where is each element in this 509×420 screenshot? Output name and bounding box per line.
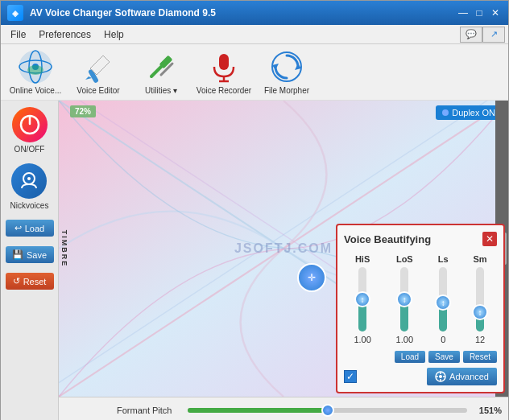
maximize-button[interactable]: □: [473, 6, 486, 19]
voice-editor-label: Voice Editor: [77, 86, 119, 95]
load-button[interactable]: ↩ Load: [6, 220, 54, 237]
utilities-label: Utilities ▾: [145, 86, 177, 95]
window-controls: — □ ✕: [457, 6, 502, 19]
sm-value: 12: [475, 335, 485, 344]
enable-checkbox[interactable]: ✓: [344, 370, 357, 383]
beautify-close-button[interactable]: ✕: [482, 232, 497, 246]
beautify-header: Voice Beautifying ✕: [344, 232, 497, 246]
sm-track[interactable]: ↕: [476, 267, 484, 331]
slider-ls: Ls ↕ 0: [438, 254, 449, 344]
his-value: 1.00: [354, 335, 370, 344]
menu-bar: File Preferences Help 💬 ↗: [1, 25, 508, 44]
tool-online-voice[interactable]: Online Voice...: [7, 49, 64, 95]
pitch-percent-indicator: 72%: [70, 105, 96, 117]
main-window: ◈ AV Voice Changer Software Diamond 9.5 …: [0, 0, 509, 420]
pitch-slider-fill: [188, 408, 328, 413]
minimize-button[interactable]: —: [457, 6, 470, 19]
nickvoices-label: Nickvoices: [10, 201, 49, 210]
his-label: HiS: [355, 254, 370, 264]
advanced-icon: [435, 371, 446, 382]
save-button[interactable]: 💾 Save: [6, 246, 54, 263]
svg-point-19: [27, 177, 31, 180]
svg-rect-10: [219, 54, 229, 70]
voice-recorder-label: Voice Recorder: [197, 86, 251, 95]
window-title: AV Voice Changer Software Diamond 9.5: [30, 7, 457, 19]
los-track[interactable]: ↕: [400, 267, 408, 331]
svg-point-22: [439, 375, 442, 378]
slider-los: LoS ↕ 1.00: [396, 254, 413, 344]
online-voice-icon: [18, 49, 53, 84]
file-morpher-icon: [269, 49, 304, 84]
sidebar: ON/OFF Nickvoices ↩ Load 💾 Save: [1, 101, 59, 420]
close-button[interactable]: ✕: [489, 6, 502, 19]
beautify-save-button[interactable]: Save: [428, 351, 460, 363]
ls-thumb[interactable]: ↕: [435, 294, 451, 311]
beautify-sliders: HiS ↕ 1.00 LoS ↕ 1.00 Ls: [344, 254, 497, 344]
beautify-reset-button[interactable]: Reset: [463, 351, 497, 363]
his-track[interactable]: ↕: [358, 267, 366, 331]
pitch-slider-area: Formant Pitch 151%: [59, 397, 508, 420]
duplex-button[interactable]: Duplex ON: [436, 105, 502, 120]
onoff-icon: [12, 107, 48, 142]
pitch-knob[interactable]: ✛: [297, 263, 326, 292]
los-thumb[interactable]: ↕: [396, 291, 412, 307]
beautify-title: Voice Beautifying: [344, 233, 431, 245]
tool-file-morpher[interactable]: File Morpher: [259, 49, 315, 95]
voice-editor-icon: [81, 49, 116, 84]
svg-marker-6: [85, 76, 92, 80]
app-icon: ◈: [7, 5, 23, 21]
menu-preferences[interactable]: Preferences: [32, 27, 97, 42]
menu-icon-btn-1[interactable]: 💬: [460, 27, 482, 43]
menu-icon-btn-2[interactable]: ↗: [482, 27, 505, 43]
formant-pitch-value: 151%: [474, 406, 502, 415]
advanced-button[interactable]: Advanced: [427, 368, 497, 385]
checkbox-area: ✓: [344, 370, 357, 383]
formant-pitch-track[interactable]: [188, 408, 467, 413]
onoff-label: ON/OFF: [14, 145, 45, 154]
svg-point-4: [27, 65, 43, 75]
slider-sm: Sm ↕ 12: [473, 254, 486, 344]
file-morpher-label: File Morpher: [264, 86, 309, 95]
nickvoices-button[interactable]: Nickvoices: [10, 163, 49, 210]
online-voice-label: Online Voice...: [10, 86, 61, 95]
beautify-load-button[interactable]: Load: [395, 351, 425, 363]
ls-value: 0: [441, 335, 445, 344]
los-label: LoS: [396, 254, 413, 264]
slider-his: HiS ↕ 1.00: [354, 254, 370, 344]
ls-label: Ls: [438, 254, 449, 264]
tool-voice-recorder[interactable]: Voice Recorder: [196, 49, 252, 95]
beautify-bottom: ✓ Advanced: [344, 368, 497, 385]
voice-beautifying-panel: Voice Beautifying ✕ HiS ↕ 1.00 LoS ↕: [336, 224, 505, 393]
his-thumb[interactable]: ↕: [354, 291, 370, 307]
svg-rect-5: [88, 68, 99, 84]
onoff-button[interactable]: ON/OFF: [12, 107, 48, 154]
voice-recorder-icon: [206, 49, 242, 84]
formant-pitch-label: Formant Pitch: [117, 406, 181, 415]
timbre-label: TIMBRE: [60, 230, 68, 268]
sm-label: Sm: [473, 254, 486, 264]
utilities-icon: [143, 49, 179, 84]
sm-thumb[interactable]: ↕: [472, 304, 488, 320]
duplex-indicator: [442, 109, 449, 116]
ls-track[interactable]: ↕: [439, 267, 447, 331]
menu-file[interactable]: File: [4, 27, 32, 42]
beautify-footer: Load Save Reset: [344, 351, 497, 363]
duplex-label: Duplex ON: [452, 108, 495, 117]
nickvoices-icon: [11, 163, 47, 199]
reset-button[interactable]: ↺ Reset: [6, 273, 54, 290]
los-value: 1.00: [396, 335, 413, 344]
tool-utilities[interactable]: Utilities ▾: [133, 49, 189, 95]
tool-voice-editor[interactable]: Voice Editor: [70, 49, 126, 95]
pitch-slider-thumb[interactable]: [321, 404, 334, 417]
advanced-label: Advanced: [449, 372, 489, 381]
title-bar: ◈ AV Voice Changer Software Diamond 9.5 …: [1, 1, 508, 25]
toolbar: Online Voice... Voice Editor Utilities: [1, 44, 508, 101]
menu-help[interactable]: Help: [97, 27, 130, 42]
